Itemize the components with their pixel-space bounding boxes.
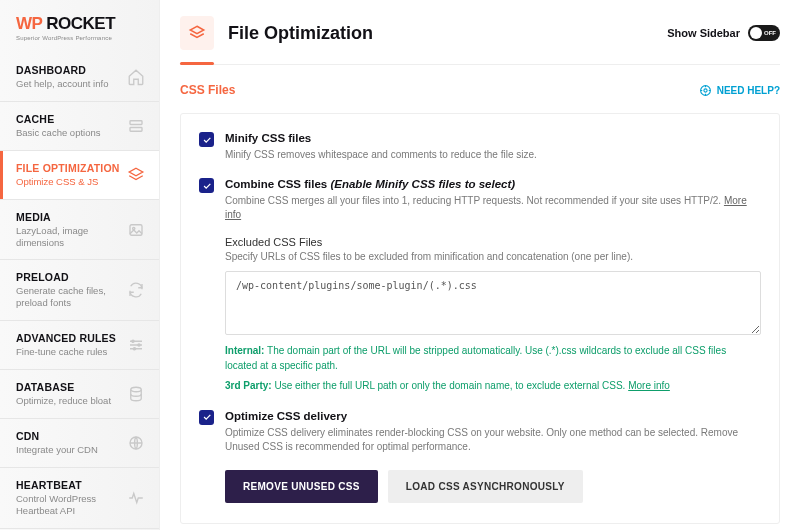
sidebar-item-label: CDN (16, 430, 121, 442)
header: File Optimization Show Sidebar OFF (160, 0, 800, 50)
sidebar-item-database[interactable]: DATABASE Optimize, reduce bloat (0, 370, 159, 419)
sidebar-item-heartbeat[interactable]: HEARTBEAT Control WordPress Heartbeat AP… (0, 468, 159, 529)
cache-icon (127, 117, 145, 135)
remove-unused-css-button[interactable]: REMOVE UNUSED CSS (225, 470, 378, 503)
layers-icon (180, 16, 214, 50)
main: File Optimization Show Sidebar OFF CSS F… (160, 0, 800, 530)
css-files-panel: Minify CSS files Minify CSS removes whit… (180, 113, 780, 524)
optimize-css-checkbox[interactable] (199, 410, 214, 425)
combine-css-checkbox[interactable] (199, 178, 214, 193)
refresh-icon (127, 281, 145, 299)
svg-point-5 (138, 344, 140, 346)
page-title: File Optimization (228, 23, 653, 44)
sidebar-item-desc: Control WordPress Heartbeat API (16, 493, 121, 517)
minify-css-desc: Minify CSS removes whitespace and commen… (225, 148, 761, 162)
sidebar-item-preload[interactable]: PRELOAD Generate cache files, preload fo… (0, 260, 159, 321)
sidebar-item-label: DATABASE (16, 381, 121, 393)
show-sidebar-control: Show Sidebar OFF (667, 25, 780, 41)
sidebar-item-desc: Basic cache options (16, 127, 121, 139)
svg-point-6 (133, 348, 135, 350)
sidebar-item-label: CACHE (16, 113, 121, 125)
globe-icon (127, 434, 145, 452)
sidebar: WP ROCKET Superior WordPress Performance… (0, 0, 160, 530)
optimize-css-desc: Optimize CSS delivery eliminates render-… (225, 426, 761, 454)
nav: DASHBOARD Get help, account info CACHE B… (0, 53, 159, 529)
logo-rocket: ROCKET (46, 14, 115, 33)
logo-wp: WP (16, 14, 42, 33)
excluded-css-textarea[interactable] (225, 271, 761, 335)
minify-css-label: Minify CSS files (225, 132, 761, 144)
excluded-note-thirdparty: 3rd Party: Use either the full URL path … (225, 379, 761, 394)
load-css-async-button[interactable]: LOAD CSS ASYNCHRONOUSLY (388, 470, 583, 503)
svg-rect-2 (130, 224, 142, 235)
content: CSS Files NEED HELP? Minify CSS files Mi… (160, 65, 800, 530)
excluded-css-block: Excluded CSS Files Specify URLs of CSS f… (225, 236, 761, 394)
sidebar-item-desc: LazyLoad, image dimensions (16, 225, 121, 249)
optimize-css-label: Optimize CSS delivery (225, 410, 761, 422)
sidebar-item-label: FILE OPTIMIZATION (16, 162, 121, 174)
database-icon (127, 385, 145, 403)
sliders-icon (127, 336, 145, 354)
sidebar-item-label: HEARTBEAT (16, 479, 121, 491)
sidebar-item-label: PRELOAD (16, 271, 121, 283)
excluded-note-internal: Internal: The domain part of the URL wil… (225, 344, 761, 373)
sidebar-item-advanced-rules[interactable]: ADVANCED RULES Fine-tune cache rules (0, 321, 159, 370)
excluded-desc: Specify URLs of CSS files to be excluded… (225, 251, 761, 262)
sidebar-item-label: ADVANCED RULES (16, 332, 121, 344)
svg-point-10 (704, 88, 707, 91)
sidebar-item-cdn[interactable]: CDN Integrate your CDN (0, 419, 159, 468)
option-combine-css: Combine CSS files (Enable Minify CSS fil… (199, 178, 761, 394)
show-sidebar-toggle[interactable]: OFF (748, 25, 780, 41)
sidebar-item-cache[interactable]: CACHE Basic cache options (0, 102, 159, 151)
combine-css-label: Combine CSS files (Enable Minify CSS fil… (225, 178, 761, 190)
help-icon (699, 84, 712, 97)
sidebar-item-desc: Get help, account info (16, 78, 121, 90)
combine-css-desc: Combine CSS merges all your files into 1… (225, 194, 761, 222)
svg-point-4 (132, 340, 134, 342)
minify-css-checkbox[interactable] (199, 132, 214, 147)
option-optimize-css-delivery: Optimize CSS delivery Optimize CSS deliv… (199, 410, 761, 454)
sidebar-item-media[interactable]: MEDIA LazyLoad, image dimensions (0, 200, 159, 261)
sidebar-item-label: DASHBOARD (16, 64, 121, 76)
svg-point-7 (131, 387, 142, 392)
sidebar-item-desc: Optimize CSS & JS (16, 176, 121, 188)
sidebar-item-label: MEDIA (16, 211, 121, 223)
home-icon (127, 68, 145, 86)
image-icon (127, 221, 145, 239)
sidebar-item-dashboard[interactable]: DASHBOARD Get help, account info (0, 53, 159, 102)
sidebar-item-desc: Generate cache files, preload fonts (16, 285, 121, 309)
more-info-link[interactable]: More info (628, 380, 670, 391)
layers-icon (127, 166, 145, 184)
sidebar-item-file-optimization[interactable]: FILE OPTIMIZATION Optimize CSS & JS (0, 151, 159, 200)
svg-rect-1 (130, 127, 142, 131)
logo: WP ROCKET Superior WordPress Performance (0, 0, 159, 53)
show-sidebar-label: Show Sidebar (667, 27, 740, 39)
heartbeat-icon (127, 489, 145, 507)
logo-tagline: Superior WordPress Performance (16, 35, 143, 41)
need-help-label: NEED HELP? (717, 85, 780, 96)
sidebar-item-desc: Integrate your CDN (16, 444, 121, 456)
need-help-link[interactable]: NEED HELP? (699, 84, 780, 97)
option-minify-css: Minify CSS files Minify CSS removes whit… (199, 132, 761, 162)
section-title: CSS Files (180, 83, 235, 97)
svg-rect-0 (130, 121, 142, 125)
sidebar-item-desc: Fine-tune cache rules (16, 346, 121, 358)
excluded-title: Excluded CSS Files (225, 236, 761, 248)
toggle-state: OFF (764, 30, 776, 36)
sidebar-item-desc: Optimize, reduce bloat (16, 395, 121, 407)
